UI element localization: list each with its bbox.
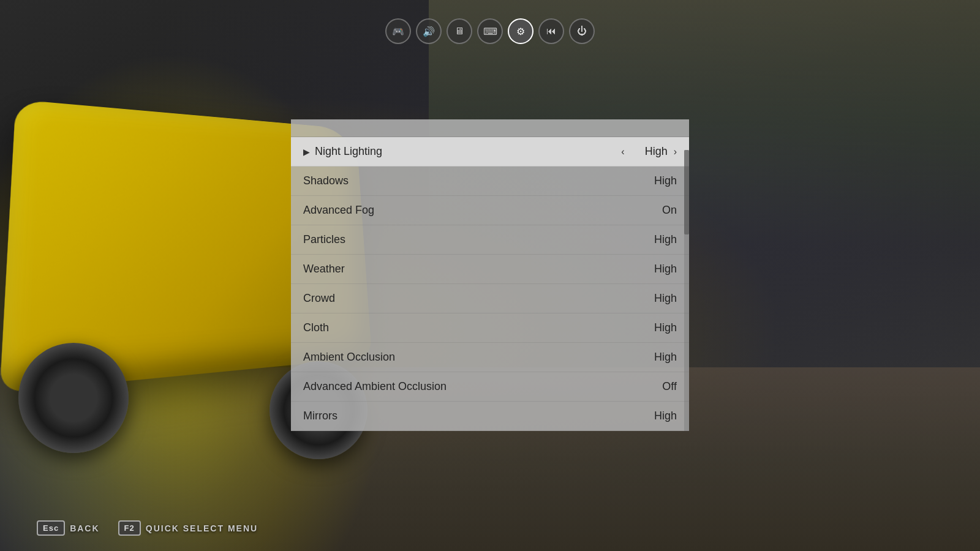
setting-value-area-3: High <box>640 233 677 246</box>
setting-name: Mirrors <box>303 410 337 422</box>
panel-title <box>291 119 689 137</box>
setting-row[interactable]: Ambient OcclusionHigh <box>291 343 689 372</box>
setting-left-7: Ambient Occlusion <box>303 351 395 364</box>
value-right-arrow-icon[interactable]: › <box>674 146 677 157</box>
controller-icon[interactable]: ⌨ <box>477 18 503 44</box>
setting-value: Off <box>640 380 677 393</box>
setting-value-area-1: High <box>640 174 677 187</box>
setting-value-area-8: Off <box>640 380 677 393</box>
setting-left-6: Cloth <box>303 321 329 334</box>
key-badge-0: Esc <box>37 520 65 536</box>
setting-left-2: Advanced Fog <box>303 204 374 217</box>
setting-value: High <box>631 145 668 158</box>
scrollbar[interactable] <box>684 150 689 431</box>
setting-value: High <box>640 233 677 246</box>
setting-row[interactable]: ParticlesHigh <box>291 225 689 255</box>
setting-value: High <box>640 292 677 305</box>
setting-left-0: ▶Night Lighting <box>303 145 382 158</box>
setting-name: Advanced Fog <box>303 204 374 217</box>
setting-left-4: Weather <box>303 263 345 276</box>
nav-icon-bar: 🎮🔊🖥⌨⚙⏮⏻ <box>385 18 595 44</box>
setting-name: Shadows <box>303 174 349 187</box>
setting-row[interactable]: Advanced Ambient OcclusionOff <box>291 372 689 402</box>
setting-row[interactable]: CrowdHigh <box>291 284 689 313</box>
selected-arrow-icon: ▶ <box>303 147 310 157</box>
value-left-arrow-icon[interactable]: ‹ <box>621 146 624 157</box>
power-icon[interactable]: ⏻ <box>569 18 595 44</box>
setting-name: Crowd <box>303 292 335 305</box>
setting-value-area-2: On <box>640 204 677 217</box>
top-navigation: 🎮🔊🖥⌨⚙⏮⏻ <box>385 12 595 44</box>
setting-name: Night Lighting <box>315 145 382 158</box>
setting-value-area-5: High <box>640 292 677 305</box>
car-wheel-rear <box>18 343 129 453</box>
setting-name: Cloth <box>303 321 329 334</box>
setting-left-8: Advanced Ambient Occlusion <box>303 380 447 393</box>
rewind-icon[interactable]: ⏮ <box>538 18 564 44</box>
setting-value: High <box>640 351 677 364</box>
key-badge-1: F2 <box>118 520 141 536</box>
gear-icon[interactable]: ⚙ <box>508 18 533 44</box>
setting-value-area-0: ‹High› <box>621 145 677 158</box>
setting-left-5: Crowd <box>303 292 335 305</box>
setting-row[interactable]: ShadowsHigh <box>291 167 689 196</box>
setting-value-area-9: High <box>640 410 677 422</box>
control-item-1: F2QUICK SELECT MENU <box>118 520 258 536</box>
setting-value: High <box>640 263 677 276</box>
scroll-thumb[interactable] <box>684 150 689 234</box>
setting-name: Advanced Ambient Occlusion <box>303 380 447 393</box>
setting-value: On <box>640 204 677 217</box>
bottom-controls: EscBACKF2QUICK SELECT MENU <box>37 520 258 536</box>
setting-row[interactable]: Advanced FogOn <box>291 196 689 225</box>
control-label-0: BACK <box>70 523 99 533</box>
setting-value-area-6: High <box>640 321 677 334</box>
setting-value-area-7: High <box>640 351 677 364</box>
setting-left-9: Mirrors <box>303 410 337 422</box>
setting-row[interactable]: WeatherHigh <box>291 255 689 284</box>
setting-value: High <box>640 410 677 422</box>
gamepad-icon[interactable]: 🎮 <box>385 18 411 44</box>
settings-panel: ▶Night Lighting‹High›ShadowsHighAdvanced… <box>291 119 689 431</box>
setting-name: Weather <box>303 263 345 276</box>
setting-name: Particles <box>303 233 345 246</box>
setting-name: Ambient Occlusion <box>303 351 395 364</box>
control-label-1: QUICK SELECT MENU <box>146 523 258 533</box>
display-icon[interactable]: 🖥 <box>447 18 472 44</box>
setting-value: High <box>640 321 677 334</box>
setting-row[interactable]: MirrorsHigh <box>291 402 689 431</box>
control-item-0: EscBACK <box>37 520 100 536</box>
audio-icon[interactable]: 🔊 <box>416 18 442 44</box>
setting-value: High <box>640 174 677 187</box>
setting-value-area-4: High <box>640 263 677 276</box>
settings-list: ▶Night Lighting‹High›ShadowsHighAdvanced… <box>291 137 689 431</box>
setting-row[interactable]: ▶Night Lighting‹High› <box>291 137 689 167</box>
setting-row[interactable]: ClothHigh <box>291 313 689 343</box>
setting-left-1: Shadows <box>303 174 349 187</box>
setting-left-3: Particles <box>303 233 345 246</box>
